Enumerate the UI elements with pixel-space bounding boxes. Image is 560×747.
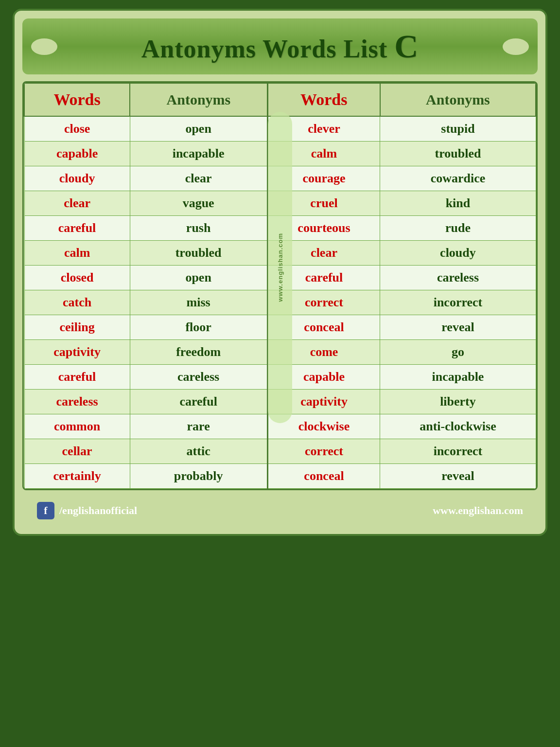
antonym-right: rude (380, 216, 536, 241)
antonym-left: troubled (130, 241, 267, 266)
header-antonyms-1: Antonyms (130, 83, 267, 116)
footer: f /englishanofficial www.englishan.com (22, 495, 538, 526)
antonym-left: probably (130, 464, 267, 489)
table-header-row: Words Antonyms Words Antonyms (24, 83, 536, 116)
table-wrapper: Words Antonyms Words Antonyms closeopenc… (22, 81, 538, 490)
word-left: careful (24, 365, 130, 390)
table-row: carelesscarefulcaptivityliberty (24, 390, 536, 414)
table-row: closedopencarefulcareless (24, 266, 536, 290)
antonym-right: cowardice (380, 166, 536, 191)
word-left: capable (24, 142, 130, 166)
word-right: cruel (267, 191, 380, 216)
antonym-left: attic (130, 439, 267, 464)
antonym-left: open (130, 116, 267, 142)
word-right: careful (267, 266, 380, 290)
title-bar: Antonyms Words List C (22, 18, 538, 74)
antonym-left: careful (130, 390, 267, 414)
antonym-right: reveal (380, 464, 536, 489)
word-left: close (24, 116, 130, 142)
table-row: closeopencleverstupid (24, 116, 536, 142)
word-right: captivity (267, 390, 380, 414)
word-left: catch (24, 290, 130, 315)
page-title: Antonyms Words List C (141, 27, 419, 66)
title-oval-left (31, 38, 57, 55)
antonym-left: incapable (130, 142, 267, 166)
table-row: commonrareclockwiseanti-clockwise (24, 414, 536, 439)
antonym-right: incorrect (380, 290, 536, 315)
word-left: captivity (24, 340, 130, 365)
antonym-left: rush (130, 216, 267, 241)
table-row: calmtroubledclearcloudy (24, 241, 536, 266)
footer-left: f /englishanofficial (37, 502, 137, 519)
title-oval-right (503, 38, 529, 55)
table-row: cloudyclearcouragecowardice (24, 166, 536, 191)
main-container: Antonyms Words List C Words Antonyms Wor… (13, 9, 547, 536)
table-row: certainlyprobablyconcealreveal (24, 464, 536, 489)
antonym-left: vague (130, 191, 267, 216)
facebook-icon: f (37, 502, 54, 519)
antonym-right: anti-clockwise (380, 414, 536, 439)
word-right: courteous (267, 216, 380, 241)
word-right: conceal (267, 315, 380, 340)
word-right: come (267, 340, 380, 365)
word-right: clockwise (267, 414, 380, 439)
antonym-left: floor (130, 315, 267, 340)
antonym-right: incorrect (380, 439, 536, 464)
antonym-right: go (380, 340, 536, 365)
word-left: ceiling (24, 315, 130, 340)
word-left: cellar (24, 439, 130, 464)
antonym-left: rare (130, 414, 267, 439)
word-right: calm (267, 142, 380, 166)
word-left: calm (24, 241, 130, 266)
antonym-right: cloudy (380, 241, 536, 266)
antonym-right: liberty (380, 390, 536, 414)
antonym-right: careless (380, 266, 536, 290)
word-right: clever (267, 116, 380, 142)
word-left: clear (24, 191, 130, 216)
table-row: captivityfreedomcomego (24, 340, 536, 365)
word-left: careful (24, 216, 130, 241)
antonym-right: incapable (380, 365, 536, 390)
table-row: clearvaguecruelkind (24, 191, 536, 216)
header-antonyms-2: Antonyms (380, 83, 536, 116)
table-row: cellaratticcorrectincorrect (24, 439, 536, 464)
word-right: correct (267, 290, 380, 315)
word-left: closed (24, 266, 130, 290)
table-row: carefulcarelesscapableincapable (24, 365, 536, 390)
facebook-handle: /englishanofficial (59, 504, 137, 517)
antonyms-table: Words Antonyms Words Antonyms closeopenc… (24, 83, 536, 489)
table-row: capableincapablecalmtroubled (24, 142, 536, 166)
header-words-1: Words (24, 83, 130, 116)
table-row: carefulrushcourteousrude (24, 216, 536, 241)
antonym-right: reveal (380, 315, 536, 340)
antonym-left: miss (130, 290, 267, 315)
word-left: careless (24, 390, 130, 414)
table-row: catchmisscorrectincorrect (24, 290, 536, 315)
title-letter: C (394, 28, 419, 65)
word-right: capable (267, 365, 380, 390)
word-right: correct (267, 439, 380, 464)
word-left: common (24, 414, 130, 439)
antonym-left: clear (130, 166, 267, 191)
antonym-right: kind (380, 191, 536, 216)
antonym-left: careless (130, 365, 267, 390)
antonym-right: troubled (380, 142, 536, 166)
word-left: cloudy (24, 166, 130, 191)
word-right: courage (267, 166, 380, 191)
header-words-2: Words (267, 83, 380, 116)
antonym-left: freedom (130, 340, 267, 365)
antonym-left: open (130, 266, 267, 290)
antonym-right: stupid (380, 116, 536, 142)
footer-website: www.englishan.com (433, 504, 523, 517)
word-right: conceal (267, 464, 380, 489)
word-right: clear (267, 241, 380, 266)
table-row: ceilingfloorconcealreveal (24, 315, 536, 340)
word-left: certainly (24, 464, 130, 489)
